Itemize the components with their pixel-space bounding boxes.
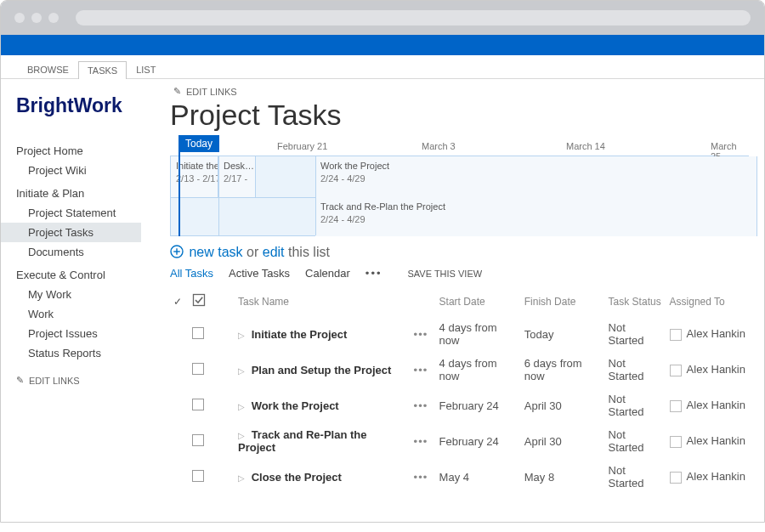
row-checkbox[interactable] xyxy=(192,327,204,339)
sidebar-heading[interactable]: Execute & Control xyxy=(16,265,150,285)
start-date: 4 days from now xyxy=(436,316,521,352)
timeline-tick: March 3 xyxy=(422,141,456,151)
start-date: 4 days from now xyxy=(436,352,521,388)
row-menu-icon[interactable]: ••• xyxy=(414,471,428,484)
row-checkbox[interactable] xyxy=(192,470,204,482)
table-row[interactable]: ▷ Plan and Setup the Project•••4 days fr… xyxy=(170,352,749,388)
task-name[interactable]: Initiate the Project xyxy=(252,328,348,341)
col-start-date[interactable]: Start Date xyxy=(436,288,521,316)
new-task-link[interactable]: new task xyxy=(189,245,242,259)
timeline-bar[interactable]: Work the Project2/24 - 4/29 xyxy=(315,156,757,197)
task-status: Not Started xyxy=(605,388,666,423)
sidebar-item[interactable]: Project Statement xyxy=(16,203,150,223)
task-name[interactable]: Plan and Setup the Project xyxy=(252,364,392,376)
assignee-checkbox[interactable] xyxy=(670,365,682,376)
timeline-bar-range: 2/13 - 2/17 xyxy=(176,173,212,185)
view-more-icon[interactable]: ••• xyxy=(366,267,382,280)
assignee-checkbox[interactable] xyxy=(670,329,682,341)
finish-date: Today xyxy=(521,316,605,352)
expand-icon[interactable]: ▷ xyxy=(238,402,245,411)
pencil-icon: ✎ xyxy=(173,86,181,97)
view-all-tasks[interactable]: All Tasks xyxy=(170,267,213,280)
col-select-all[interactable]: ✓ xyxy=(170,288,189,316)
task-status: Not Started xyxy=(605,352,666,388)
col-complete[interactable] xyxy=(189,288,212,316)
timeline-bar[interactable]: Track and Re-Plan the Project2/24 - 4/29 xyxy=(315,197,757,236)
view-calendar[interactable]: Calendar xyxy=(305,267,350,280)
row-checkbox[interactable] xyxy=(192,363,204,375)
view-selector: All Tasks Active Tasks Calendar ••• SAVE… xyxy=(170,267,749,280)
timeline-tick: February 21 xyxy=(277,141,327,151)
sidebar: BrightWork Project HomeProject WikiIniti… xyxy=(1,79,150,510)
sidebar-item[interactable]: Work xyxy=(16,304,150,324)
url-bar[interactable] xyxy=(76,10,751,25)
row-menu-icon[interactable]: ••• xyxy=(414,364,428,376)
assignee-checkbox[interactable] xyxy=(670,472,682,484)
col-task-status[interactable]: Task Status xyxy=(605,288,666,316)
assignee-name[interactable]: Alex Hankin xyxy=(687,399,745,411)
expand-icon[interactable]: ▷ xyxy=(238,473,245,483)
task-table: ✓ Task Name Start Date Finish Date Task … xyxy=(170,288,749,495)
ribbon-tab-list[interactable]: LIST xyxy=(127,60,165,78)
ribbon-tab-browse[interactable]: BROWSE xyxy=(18,60,78,78)
expand-icon[interactable]: ▷ xyxy=(238,431,245,440)
expand-icon[interactable]: ▷ xyxy=(238,331,245,340)
plus-icon[interactable] xyxy=(170,245,184,260)
finish-date: April 30 xyxy=(521,388,605,423)
edit-list-link[interactable]: edit xyxy=(263,245,285,259)
browser-chrome xyxy=(1,1,764,35)
row-menu-icon[interactable]: ••• xyxy=(414,328,428,341)
edit-links-main[interactable]: ✎ EDIT LINKS xyxy=(173,86,749,97)
list-actions-suffix: this list xyxy=(288,245,330,259)
table-row[interactable]: ▷ Initiate the Project•••4 days from now… xyxy=(170,316,749,352)
window-dot xyxy=(31,13,42,23)
task-name[interactable]: Close the Project xyxy=(252,471,342,484)
save-this-view[interactable]: SAVE THIS VIEW xyxy=(408,269,483,279)
table-row[interactable]: ▷ Work the Project•••February 24April 30… xyxy=(170,388,749,423)
finish-date: April 30 xyxy=(521,423,605,459)
timeline[interactable]: February 21March 3March 14March 25Initia… xyxy=(170,156,749,236)
edit-links-label: EDIT LINKS xyxy=(186,87,237,97)
sidebar-item[interactable]: Documents xyxy=(16,242,150,262)
task-name[interactable]: Track and Re-Plan the Project xyxy=(238,428,366,454)
svg-rect-3 xyxy=(194,295,205,306)
assignee-checkbox[interactable] xyxy=(670,400,682,412)
task-name[interactable]: Work the Project xyxy=(252,399,339,412)
row-menu-icon[interactable]: ••• xyxy=(414,435,428,448)
list-actions-or: or xyxy=(246,245,258,259)
sidebar-heading[interactable]: Project Home xyxy=(16,141,150,161)
edit-links-sidebar[interactable]: ✎ EDIT LINKS xyxy=(16,375,150,386)
sidebar-item[interactable]: Project Issues xyxy=(16,324,150,343)
start-date: February 24 xyxy=(436,388,521,423)
timeline-tick: March 14 xyxy=(566,141,605,151)
timeline-bar-title: Work the Project xyxy=(320,160,751,173)
col-finish-date[interactable]: Finish Date xyxy=(521,288,605,316)
timeline-bar-title: Desk… xyxy=(224,160,250,173)
timeline-bar[interactable]: Desk…2/17 - xyxy=(218,156,256,197)
row-checkbox[interactable] xyxy=(192,399,204,410)
col-task-name[interactable]: Task Name xyxy=(235,288,411,316)
table-row[interactable]: ▷ Track and Re-Plan the Project•••Februa… xyxy=(170,423,749,459)
view-active-tasks[interactable]: Active Tasks xyxy=(229,267,290,280)
row-menu-icon[interactable]: ••• xyxy=(414,399,428,412)
browser-frame: BROWSE TASKS LIST BrightWork Project Hom… xyxy=(0,0,765,523)
assignee-name[interactable]: Alex Hankin xyxy=(687,327,745,340)
sidebar-item[interactable]: My Work xyxy=(16,285,150,304)
sidebar-item[interactable]: Project Wiki xyxy=(16,161,150,180)
expand-icon[interactable]: ▷ xyxy=(238,366,245,376)
assignee-name[interactable]: Alex Hankin xyxy=(687,434,745,447)
start-date: May 4 xyxy=(436,459,521,495)
window-dot xyxy=(48,13,59,23)
edit-links-label: EDIT LINKS xyxy=(29,376,80,386)
assignee-checkbox[interactable] xyxy=(670,436,682,448)
sidebar-heading[interactable]: Initiate & Plan xyxy=(16,184,150,203)
row-checkbox[interactable] xyxy=(192,434,204,446)
assignee-name[interactable]: Alex Hankin xyxy=(687,470,745,483)
table-row[interactable]: ▷ Close the Project•••May 4May 8Not Star… xyxy=(170,459,749,495)
assignee-name[interactable]: Alex Hankin xyxy=(687,363,745,376)
col-assigned-to[interactable]: Assigned To xyxy=(666,288,749,316)
ribbon-tab-tasks[interactable]: TASKS xyxy=(78,61,127,79)
brand-logo: BrightWork xyxy=(16,94,150,117)
sidebar-item[interactable]: Status Reports xyxy=(16,343,150,363)
sidebar-item[interactable]: Project Tasks xyxy=(1,223,141,242)
